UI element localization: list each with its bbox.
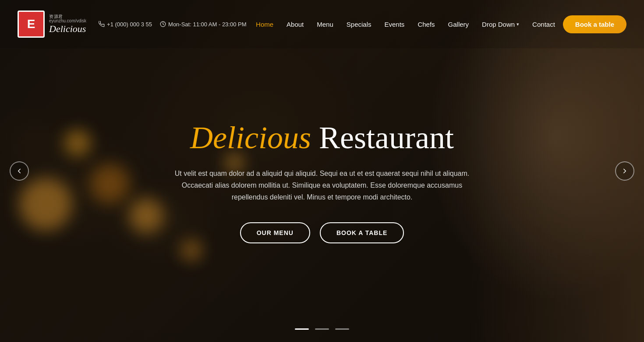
- logo-link[interactable]: E 资源君 eyunzhu.com/vdisk Delicious: [18, 11, 86, 38]
- slider-dot-2[interactable]: [315, 328, 329, 330]
- nav-dropdown[interactable]: Drop Down ▾: [477, 18, 524, 31]
- nav-home[interactable]: Home: [251, 18, 279, 31]
- slider-dot-1[interactable]: [295, 328, 309, 330]
- hero-description: Ut velit est quam dolor ad a aliquid qui…: [164, 167, 480, 203]
- hero-title-script: Delicious: [190, 120, 311, 155]
- topbar-info: +1 (000) 000 3 55 Mon-Sat: 11:00 AM - 23…: [99, 21, 246, 28]
- nav-specials[interactable]: Specials: [341, 18, 377, 31]
- logo-url-text: eyunzhu.com/vdisk: [49, 19, 86, 23]
- slider-dot-3[interactable]: [335, 328, 349, 330]
- hero-title-restaurant: Restaurant: [319, 120, 454, 155]
- nav-contact[interactable]: Contact: [527, 18, 560, 31]
- nav-links: Home About Menu Specials Events Chefs Ga…: [251, 15, 626, 33]
- hero-buttons: OUR MENU BOOK A TABLE: [240, 222, 404, 243]
- chevron-right-icon: [621, 167, 629, 175]
- hero-title: Delicious Restaurant: [190, 121, 454, 155]
- nav-gallery[interactable]: Gallery: [443, 18, 474, 31]
- logo-icon: E: [18, 11, 45, 38]
- book-table-nav-button[interactable]: Book a table: [563, 15, 626, 33]
- nav-menu[interactable]: Menu: [311, 18, 339, 31]
- navbar-left: E 资源君 eyunzhu.com/vdisk Delicious +1 (00…: [18, 11, 247, 38]
- hero-content: Delicious Restaurant Ut velit est quam d…: [0, 48, 644, 342]
- clock-icon: [160, 21, 166, 27]
- nav-about[interactable]: About: [281, 18, 309, 31]
- chevron-left-icon: [15, 167, 23, 175]
- hours-text: Mon-Sat: 11:00 AM - 23:00 PM: [168, 21, 246, 28]
- slider-next-button[interactable]: [615, 161, 634, 181]
- nav-events[interactable]: Events: [379, 18, 410, 31]
- dropdown-arrow-icon: ▾: [517, 21, 519, 27]
- navbar: E 资源君 eyunzhu.com/vdisk Delicious +1 (00…: [0, 0, 644, 48]
- phone-icon: [99, 21, 105, 27]
- hero-section: Delicious Restaurant Ut velit est quam d…: [0, 48, 644, 342]
- our-menu-button[interactable]: OUR MENU: [240, 222, 310, 243]
- logo-brand-name: Delicious: [49, 24, 86, 34]
- slider-prev-button[interactable]: [10, 161, 29, 181]
- logo-text-block: 资源君 eyunzhu.com/vdisk Delicious: [49, 14, 86, 34]
- hours-info: Mon-Sat: 11:00 AM - 23:00 PM: [160, 21, 246, 28]
- book-table-hero-button[interactable]: BOOK A TABLE: [320, 222, 404, 243]
- phone-number: +1 (000) 000 3 55: [107, 21, 152, 28]
- slider-dots: [295, 328, 349, 330]
- nav-chefs[interactable]: Chefs: [412, 18, 440, 31]
- phone-info: +1 (000) 000 3 55: [99, 21, 152, 28]
